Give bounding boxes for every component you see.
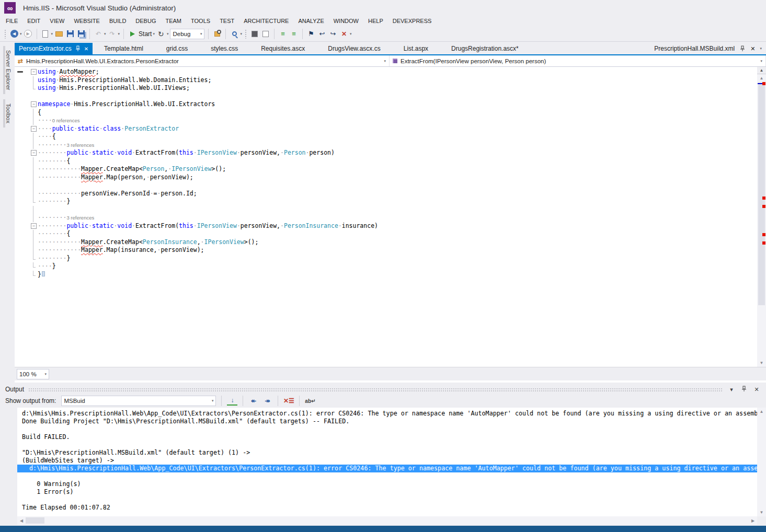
- output-vertical-scrollbar[interactable]: ▲ ▼: [757, 408, 766, 516]
- tab-list-dropdown-icon[interactable]: ▾: [760, 47, 762, 51]
- menu-edit[interactable]: EDIT: [22, 18, 45, 24]
- navigate-back-button[interactable]: ◀: [9, 29, 19, 39]
- tab-list-aspx[interactable]: List.aspx: [392, 43, 440, 54]
- output-scrollbar-thumb[interactable]: [26, 517, 44, 524]
- clear-bookmarks-icon[interactable]: ✕: [339, 29, 349, 39]
- code-line[interactable]: ········}: [15, 255, 766, 263]
- tab-prescriptionhall-msbuild[interactable]: PrescriptionHall.MSBuild.xml: [654, 45, 735, 52]
- toolbar-grip[interactable]: [245, 29, 247, 39]
- outline-margin[interactable]: [30, 100, 38, 109]
- toolbar-grip[interactable]: [4, 29, 7, 39]
- undo-dropdown-icon[interactable]: ▾: [104, 32, 106, 36]
- pin-tab-icon[interactable]: [740, 45, 745, 52]
- scroll-left-icon[interactable]: ◀: [17, 518, 26, 523]
- outline-margin[interactable]: [30, 222, 38, 230]
- code-line[interactable]: namespace·Hmis.PrescriptionHall.Web.UI.E…: [15, 100, 766, 109]
- outline-margin[interactable]: [30, 149, 38, 157]
- next-message-icon[interactable]: ↠: [262, 396, 272, 406]
- new-file-button[interactable]: [41, 29, 50, 39]
- menu-build[interactable]: BUILD: [105, 18, 131, 24]
- code-line[interactable]: ········{: [15, 230, 766, 238]
- output-line[interactable]: [22, 472, 757, 480]
- auto-hide-pin-icon[interactable]: [740, 386, 748, 393]
- menu-analyze[interactable]: ANALYZE: [293, 18, 328, 24]
- type-dropdown[interactable]: ⇄ Hmis.PrescriptionHall.Web.UI.Extractor…: [15, 55, 390, 66]
- indent-icon[interactable]: ≡: [278, 29, 288, 39]
- menu-architecture[interactable]: ARCHITECTURE: [239, 18, 293, 24]
- new-file-dropdown-icon[interactable]: ▾: [51, 32, 53, 36]
- navigate-forward-button[interactable]: ▶: [24, 29, 33, 39]
- start-debug-button[interactable]: Start: [139, 30, 152, 38]
- code-line[interactable]: }: [15, 271, 766, 279]
- window-position-dropdown-icon[interactable]: ▾: [727, 386, 736, 393]
- redo-button[interactable]: ↷: [108, 29, 117, 39]
- menu-help[interactable]: HELP: [363, 18, 388, 24]
- save-all-button[interactable]: [76, 29, 86, 39]
- tab-drugsview-ascx-cs[interactable]: DrugsView.ascx.cs: [316, 43, 392, 54]
- start-dropdown-icon[interactable]: ▾: [153, 32, 155, 36]
- zoom-icon[interactable]: [230, 29, 239, 39]
- clear-all-icon[interactable]: ✕☰: [283, 396, 294, 406]
- bookmark-icon[interactable]: ⚑: [306, 29, 316, 39]
- tab-grid-css[interactable]: grid.css: [155, 43, 199, 54]
- tab-drugsregistration-ascx-[interactable]: DrugsRegistration.ascx*: [440, 43, 530, 54]
- code-line[interactable]: using·AutoMapper;: [15, 68, 766, 76]
- tab-template-html[interactable]: Template.html: [93, 43, 155, 54]
- scroll-up-icon[interactable]: ▲: [757, 408, 766, 415]
- menu-debug[interactable]: DEBUG: [131, 18, 161, 24]
- next-bookmark-icon[interactable]: ↪: [328, 29, 338, 39]
- redo-dropdown-icon[interactable]: ▾: [118, 32, 120, 36]
- close-tab-icon[interactable]: ✕: [84, 46, 88, 52]
- code-line[interactable]: [15, 181, 766, 190]
- code-line[interactable]: ········3 references: [15, 214, 766, 222]
- output-drag-grip[interactable]: [28, 388, 723, 391]
- outline-margin[interactable]: [30, 68, 38, 76]
- code-line[interactable]: ····public·static·class·PersonExtractor: [15, 125, 766, 133]
- code-line[interactable]: using·Hmis.PrescriptionHall.Web.UI.IView…: [15, 84, 766, 92]
- previous-bookmark-icon[interactable]: ↩: [317, 29, 327, 39]
- scroll-down-icon[interactable]: ▼: [757, 508, 766, 516]
- outline-margin[interactable]: [30, 125, 38, 133]
- editor-scrollbar-thumb[interactable]: [758, 83, 765, 305]
- scroll-right-icon[interactable]: ▶: [749, 518, 757, 523]
- menu-window[interactable]: WINDOW: [329, 18, 363, 24]
- code-line[interactable]: [15, 92, 766, 101]
- editor-vertical-scrollbar[interactable]: ▲ ▲ ▼: [757, 67, 766, 367]
- code-line[interactable]: ············Mapper.Map(insurance,·person…: [15, 246, 766, 255]
- output-horizontal-scrollbar[interactable]: ◀ ▶: [17, 516, 757, 525]
- refresh-dropdown-icon[interactable]: ▾: [167, 32, 169, 36]
- undo-button[interactable]: ↶: [94, 29, 103, 39]
- solution-configuration-combo[interactable]: Debug▾: [170, 29, 204, 39]
- zoom-dropdown-icon[interactable]: ▾: [240, 32, 242, 36]
- save-button[interactable]: [65, 29, 75, 39]
- code-line[interactable]: ····}: [15, 262, 766, 271]
- code-line[interactable]: ····{: [15, 133, 766, 141]
- output-line-selected[interactable]: d:\Hmis\Hmis.PrescriptionHall.Web\App_Co…: [17, 465, 757, 472]
- close-tab-icon[interactable]: ✕: [750, 45, 755, 52]
- output-line[interactable]: Build FAILED.: [22, 433, 757, 441]
- goto-message-icon[interactable]: ↓: [227, 396, 237, 406]
- format-document-icon[interactable]: ≡: [289, 29, 299, 39]
- copy-document-icon[interactable]: [261, 29, 270, 39]
- output-text-area[interactable]: d:\Hmis\Hmis.PrescriptionHall.Web\App_Co…: [17, 408, 757, 516]
- close-output-icon[interactable]: ✕: [752, 386, 761, 393]
- code-editor[interactable]: using·AutoMapper;using·Hmis.Prescription…: [15, 67, 766, 367]
- add-item-button[interactable]: [54, 29, 64, 39]
- menu-test[interactable]: TEST: [215, 18, 239, 24]
- output-line[interactable]: Time Elapsed 00:01:07.82: [22, 504, 757, 512]
- output-line[interactable]: (BuildWebSites target) ->: [22, 457, 757, 465]
- code-line[interactable]: ············Mapper.CreateMap<PersonInsur…: [15, 238, 766, 247]
- member-dropdown[interactable]: ExtractFrom(IPersonView personView, Pers…: [390, 55, 766, 66]
- code-line[interactable]: ····0 references: [15, 117, 766, 125]
- tab-personextractor-cs[interactable]: PersonExtractor.cs✕: [15, 43, 93, 54]
- code-line[interactable]: ········{: [15, 157, 766, 166]
- tab-requisites-ascx[interactable]: Requisites.ascx: [249, 43, 316, 54]
- editor-zoom-combo[interactable]: 100 %▾: [17, 369, 49, 379]
- menu-team[interactable]: TEAM: [161, 18, 186, 24]
- code-line[interactable]: {: [15, 109, 766, 117]
- sidebar-tab-toolbox[interactable]: Toolbox: [3, 99, 12, 128]
- code-line[interactable]: using·Hmis.PrescriptionHall.Web.Domain.E…: [15, 76, 766, 85]
- output-line[interactable]: 0 Warning(s): [22, 480, 757, 488]
- find-in-files-icon[interactable]: [212, 29, 222, 39]
- code-line[interactable]: ········public·static·void·ExtractFrom(t…: [15, 222, 766, 230]
